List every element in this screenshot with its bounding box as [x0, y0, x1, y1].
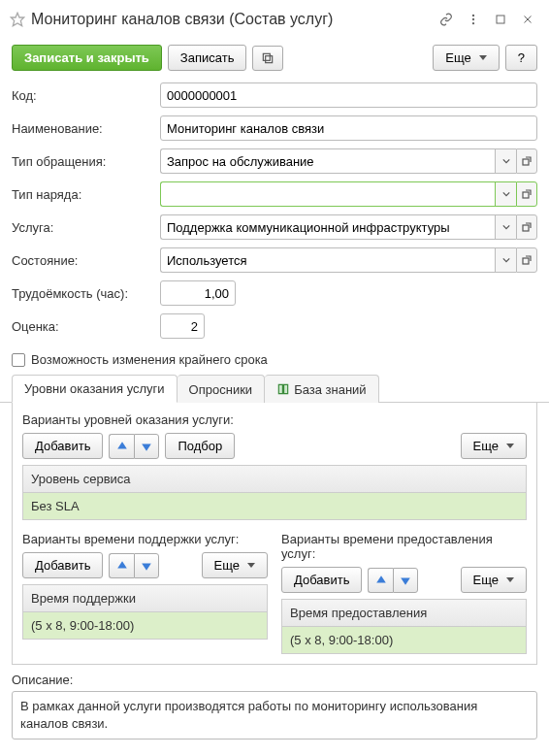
code-input[interactable] — [160, 82, 537, 108]
book-icon — [276, 382, 290, 396]
provision-grid: Время предоставления (5 x 8, 9:00-18:00) — [281, 599, 527, 654]
pick-button[interactable]: Подбор — [165, 433, 235, 459]
more-button[interactable]: Еще — [461, 567, 527, 593]
save-button[interactable]: Записать — [168, 45, 247, 71]
svg-rect-4 — [497, 16, 504, 23]
move-down-button[interactable] — [134, 434, 159, 459]
svg-rect-7 — [266, 55, 273, 62]
description-textarea[interactable]: В рамках данной услуги производятся рабо… — [12, 691, 537, 740]
support-label: Варианты времени поддержки услуг: — [22, 532, 268, 546]
chevron-down-icon[interactable] — [495, 181, 516, 207]
service-input[interactable] — [160, 214, 495, 240]
more-button[interactable]: Еще — [433, 45, 499, 71]
state-input[interactable] — [160, 247, 495, 273]
tab-levels[interactable]: Уровни оказания услуги — [12, 375, 178, 403]
move-up-button[interactable] — [368, 568, 393, 593]
chevron-down-icon[interactable] — [495, 214, 516, 240]
save-close-button[interactable]: Записать и закрыть — [12, 45, 162, 71]
move-up-button[interactable] — [109, 434, 134, 459]
chevron-down-icon[interactable] — [495, 247, 516, 273]
open-icon[interactable] — [516, 214, 537, 240]
name-input[interactable] — [160, 115, 537, 141]
move-down-button[interactable] — [134, 553, 159, 578]
request-type-input[interactable] — [160, 148, 495, 174]
provision-label: Варианты времени предоставления услуг: — [281, 532, 527, 561]
star-icon[interactable] — [10, 12, 25, 27]
effort-label: Трудоёмкость (час): — [12, 286, 152, 301]
rating-input[interactable] — [160, 313, 205, 339]
svg-point-2 — [472, 18, 474, 20]
effort-input[interactable] — [160, 280, 236, 306]
svg-rect-11 — [523, 225, 529, 231]
svg-rect-9 — [523, 159, 529, 165]
levels-grid: Уровень сервиса Без SLA — [22, 465, 527, 520]
open-icon[interactable] — [516, 247, 537, 273]
request-type-label: Тип обращения: — [12, 154, 152, 169]
svg-rect-8 — [264, 53, 271, 60]
order-type-label: Тип наряда: — [12, 187, 152, 202]
tab-surveys[interactable]: Опросники — [178, 375, 266, 403]
rating-label: Оценка: — [12, 319, 152, 334]
grid-header: Время предоставления — [282, 600, 526, 627]
state-label: Состояние: — [12, 253, 152, 268]
grid-row[interactable]: (5 x 8, 9:00-18:00) — [23, 612, 267, 639]
more-button[interactable]: Еще — [461, 433, 527, 459]
chevron-down-icon[interactable] — [495, 148, 516, 174]
description-label: Описание: — [0, 665, 549, 691]
svg-point-3 — [472, 22, 474, 24]
svg-point-1 — [472, 15, 474, 16]
add-button[interactable]: Добавить — [22, 552, 103, 578]
grid-row[interactable]: (5 x 8, 9:00-18:00) — [282, 627, 526, 653]
add-button[interactable]: Добавить — [281, 567, 362, 593]
deadline-change-label: Возможность изменения крайнего срока — [31, 352, 268, 367]
grid-row[interactable]: Без SLA — [23, 493, 526, 519]
open-icon[interactable] — [516, 181, 537, 207]
svg-rect-10 — [523, 192, 529, 198]
order-type-input[interactable] — [160, 181, 495, 207]
help-button[interactable]: ? — [505, 45, 537, 71]
copy-button[interactable] — [252, 46, 283, 71]
support-grid: Время поддержки (5 x 8, 9:00-18:00) — [22, 584, 268, 640]
add-button[interactable]: Добавить — [22, 433, 103, 459]
svg-marker-0 — [11, 13, 23, 25]
kebab-icon[interactable] — [462, 8, 485, 31]
open-icon[interactable] — [516, 148, 537, 174]
deadline-change-checkbox[interactable] — [12, 353, 25, 367]
move-down-button[interactable] — [393, 568, 418, 593]
code-label: Код: — [12, 88, 152, 103]
svg-rect-12 — [523, 258, 529, 264]
variants-label: Варианты уровней оказания услуги: — [22, 412, 527, 427]
maximize-icon[interactable] — [489, 8, 512, 31]
name-label: Наименование: — [12, 121, 152, 136]
link-icon[interactable] — [435, 8, 458, 31]
tab-kb[interactable]: База знаний — [265, 375, 379, 403]
move-up-button[interactable] — [109, 553, 134, 578]
grid-header: Уровень сервиса — [23, 466, 526, 493]
more-button[interactable]: Еще — [202, 552, 268, 578]
service-label: Услуга: — [12, 220, 152, 235]
grid-header: Время поддержки — [23, 585, 267, 612]
window-title: Мониторинг каналов связи (Состав услуг) — [31, 11, 429, 28]
close-icon[interactable] — [516, 8, 539, 31]
